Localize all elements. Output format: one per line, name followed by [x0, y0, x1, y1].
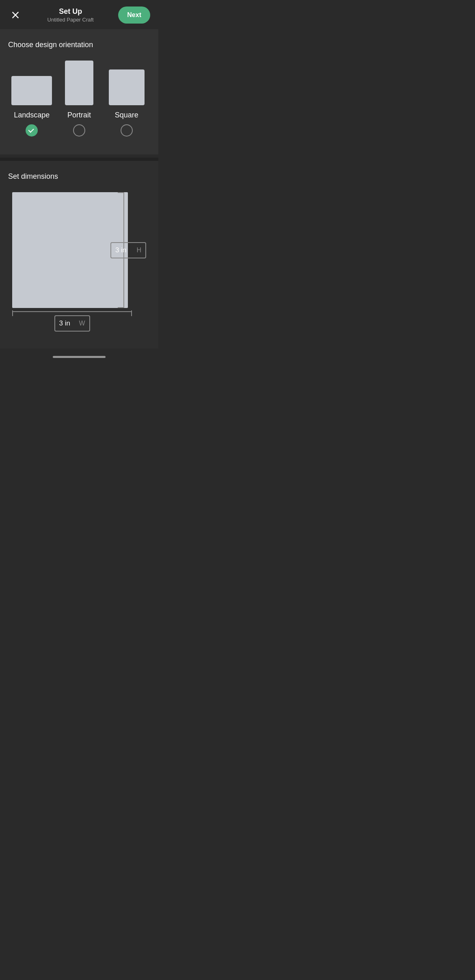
ruler-bracket-bottom — [118, 307, 124, 308]
portrait-shape — [65, 61, 93, 105]
project-name: Untitled Paper Craft — [23, 17, 118, 23]
dimensions-section-title: Set dimensions — [8, 172, 150, 181]
orientation-square[interactable]: Square — [103, 69, 150, 137]
portrait-radio[interactable] — [73, 124, 85, 137]
header-title-group: Set Up Untitled Paper Craft — [23, 7, 118, 23]
height-label: H — [136, 247, 141, 254]
square-radio[interactable] — [121, 124, 133, 137]
landscape-shape — [11, 76, 52, 105]
ruler-horizontal-line — [12, 311, 132, 312]
orientation-section: Choose design orientation Landscape Port… — [0, 29, 158, 154]
orientation-landscape[interactable]: Landscape — [8, 76, 56, 137]
width-value: 3 in — [59, 319, 77, 327]
page-title: Set Up — [23, 7, 118, 16]
app-header: Set Up Untitled Paper Craft Next — [0, 0, 158, 29]
ruler-bracket-right — [131, 310, 132, 316]
orientation-portrait[interactable]: Portrait — [56, 61, 103, 137]
next-button[interactable]: Next — [118, 7, 150, 24]
home-indicator — [0, 349, 158, 362]
orientation-section-title: Choose design orientation — [8, 41, 150, 49]
landscape-radio[interactable] — [26, 124, 38, 137]
orientation-options: Landscape Portrait Square — [8, 61, 150, 137]
width-label: W — [79, 320, 85, 327]
close-button[interactable] — [8, 8, 23, 22]
height-input[interactable]: 3 in H — [110, 242, 146, 258]
ruler-bracket-top — [118, 192, 124, 193]
landscape-label: Landscape — [14, 111, 50, 119]
home-bar — [53, 356, 106, 358]
width-ruler: 3 in W — [12, 310, 132, 332]
dimensions-section: Set dimensions 3 in H 3 in W — [0, 161, 158, 349]
height-value: 3 in — [115, 246, 134, 254]
square-shape — [109, 69, 145, 105]
portrait-label: Portrait — [67, 111, 91, 119]
ruler-bracket-left — [12, 310, 13, 316]
square-label: Square — [115, 111, 138, 119]
section-divider — [0, 158, 158, 161]
width-input[interactable]: 3 in W — [54, 315, 90, 332]
dimensions-container: 3 in H 3 in W — [8, 192, 150, 332]
